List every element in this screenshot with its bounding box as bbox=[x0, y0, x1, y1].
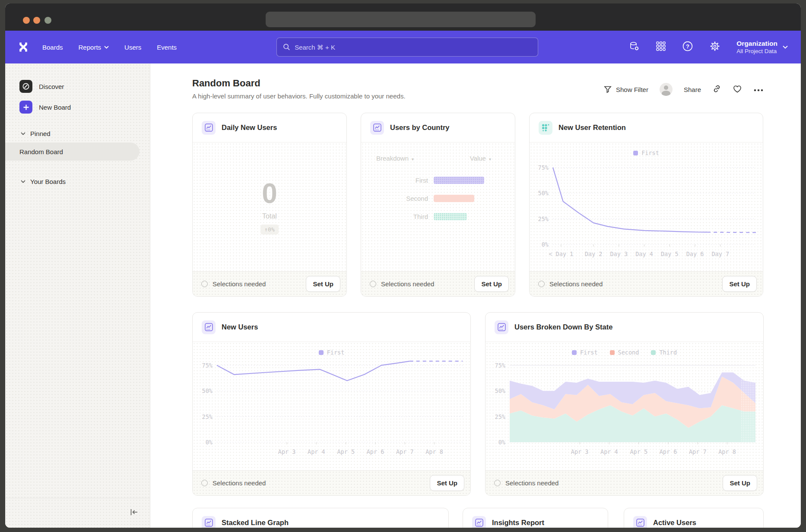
show-filter-button[interactable]: Show Filter bbox=[603, 85, 648, 94]
window-titlebar bbox=[5, 3, 801, 31]
breakdown-row: First bbox=[361, 177, 515, 184]
card-users-by-state: Users Broken Down By State FirstSecondTh… bbox=[485, 312, 764, 496]
collapse-sidebar-icon[interactable] bbox=[129, 508, 139, 518]
sidebar-item-new-board[interactable]: New Board bbox=[19, 101, 150, 114]
chevron-down-icon bbox=[21, 180, 25, 183]
breakdown-bar[interactable] bbox=[434, 195, 474, 202]
status-circle-icon bbox=[494, 480, 501, 486]
sidebar-item-random-board[interactable]: Random Board bbox=[5, 142, 140, 161]
svg-text:Apr 5: Apr 5 bbox=[630, 448, 647, 455]
status: Selections needed bbox=[494, 479, 558, 487]
legend-item[interactable]: Third bbox=[651, 349, 677, 356]
global-search[interactable] bbox=[276, 38, 538, 57]
section-label: Pinned bbox=[30, 130, 51, 137]
svg-text:Day 4: Day 4 bbox=[635, 250, 653, 257]
svg-text:Apr 6: Apr 6 bbox=[660, 448, 677, 455]
set-up-button[interactable]: Set Up bbox=[722, 276, 757, 292]
set-up-button[interactable]: Set Up bbox=[306, 276, 340, 292]
legend-swatch-icon bbox=[651, 350, 656, 355]
retention-grid-icon bbox=[539, 121, 552, 135]
legend-swatch-icon bbox=[572, 350, 577, 355]
new-users-chart[interactable]: 75%50%25%0%Apr 3Apr 4Apr 5Apr 6Apr 7Apr … bbox=[193, 356, 470, 464]
value-dropdown[interactable]: Value▾ bbox=[470, 155, 491, 162]
address-bar[interactable] bbox=[266, 12, 536, 27]
settings-gear-icon[interactable] bbox=[709, 41, 720, 54]
legend-item[interactable]: First bbox=[572, 349, 598, 356]
org-project: All Project Data bbox=[736, 48, 777, 55]
nav-item-label: Reports bbox=[79, 44, 102, 51]
svg-text:75%: 75% bbox=[202, 362, 213, 369]
svg-text:Day 6: Day 6 bbox=[686, 250, 704, 257]
nav-item-label: Users bbox=[124, 44, 141, 51]
window-close-button[interactable] bbox=[23, 17, 30, 24]
line-chart-icon bbox=[472, 516, 486, 528]
set-up-button[interactable]: Set Up bbox=[474, 276, 509, 292]
nav-item-users[interactable]: Users bbox=[124, 44, 141, 51]
status: Selections needed bbox=[201, 280, 266, 288]
avatar[interactable] bbox=[660, 83, 673, 96]
window-minimize-button[interactable] bbox=[33, 17, 40, 24]
svg-text:75%: 75% bbox=[538, 164, 549, 171]
status: Selections needed bbox=[538, 280, 603, 288]
svg-text:0%: 0% bbox=[206, 439, 213, 446]
org-switcher[interactable]: Organization All Project Data bbox=[736, 39, 788, 55]
svg-text:25%: 25% bbox=[495, 413, 505, 420]
sidebar-section-your-boards[interactable]: Your Boards bbox=[21, 178, 150, 185]
breakdown-row: Second bbox=[361, 195, 515, 202]
apps-grid-icon[interactable] bbox=[656, 41, 666, 53]
favorite-heart-icon[interactable] bbox=[733, 85, 742, 95]
card-title: New User Retention bbox=[558, 124, 626, 132]
mixpanel-logo-icon[interactable] bbox=[17, 41, 29, 53]
more-options-icon[interactable] bbox=[753, 86, 764, 93]
page-title: Random Board bbox=[192, 78, 406, 89]
card-new-user-retention: New User Retention First 75%50%25%0%< Da… bbox=[529, 113, 763, 297]
set-up-button[interactable]: Set Up bbox=[723, 475, 757, 491]
legend-item[interactable]: First bbox=[633, 149, 659, 156]
svg-text:Day 5: Day 5 bbox=[661, 250, 679, 257]
compass-icon bbox=[19, 80, 32, 93]
status-circle-icon bbox=[538, 281, 545, 287]
set-up-button[interactable]: Set Up bbox=[430, 475, 464, 491]
card-title: Users Broken Down By State bbox=[514, 323, 612, 331]
breakdown-dropdown[interactable]: Breakdown▾ bbox=[376, 155, 414, 162]
card-title: Active Users bbox=[653, 519, 696, 527]
legend-swatch-icon bbox=[633, 151, 638, 155]
svg-text:0%: 0% bbox=[498, 439, 505, 446]
nav-item-events[interactable]: Events bbox=[157, 44, 177, 51]
retention-chart[interactable]: 75%50%25%0%< Day 1Day 2Day 3Day 4Day 5Da… bbox=[530, 156, 763, 265]
nav-item-reports[interactable]: Reports bbox=[79, 44, 109, 51]
search-input[interactable] bbox=[295, 44, 532, 51]
svg-text:50%: 50% bbox=[495, 387, 505, 394]
status: Selections needed bbox=[201, 479, 266, 487]
chevron-down-icon bbox=[104, 46, 109, 49]
sidebar-item-discover[interactable]: Discover bbox=[19, 80, 150, 93]
window-zoom-button[interactable] bbox=[44, 17, 51, 24]
data-settings-icon[interactable] bbox=[629, 41, 640, 54]
breakdown-bar[interactable] bbox=[434, 213, 467, 220]
help-icon[interactable]: ? bbox=[682, 41, 693, 54]
by-state-chart[interactable]: 75%50%25%0%Apr 3Apr 4Apr 5Apr 6Apr 7Apr … bbox=[486, 356, 763, 464]
card-daily-new-users: Daily New Users 0 Total ↑0% Selections n… bbox=[192, 113, 347, 297]
sidebar: Discover New Board Pinned Random Board bbox=[5, 63, 150, 528]
show-filter-label: Show Filter bbox=[616, 86, 648, 93]
app-navbar: Boards Reports Users Events bbox=[5, 31, 801, 63]
card-insights-report: Insights Report bbox=[463, 508, 608, 528]
sidebar-item-label: Discover bbox=[39, 83, 64, 90]
nav-item-boards[interactable]: Boards bbox=[42, 44, 63, 51]
delta-badge: ↑0% bbox=[260, 225, 278, 234]
svg-text:Day 3: Day 3 bbox=[610, 250, 628, 257]
svg-text:25%: 25% bbox=[202, 413, 213, 420]
main-content: Random Board A high-level summary of use… bbox=[150, 63, 801, 528]
card-title: Insights Report bbox=[492, 519, 544, 527]
card-title: Daily New Users bbox=[222, 124, 277, 132]
copy-link-icon[interactable] bbox=[712, 84, 721, 95]
share-button[interactable]: Share bbox=[684, 86, 701, 93]
svg-text:Apr 8: Apr 8 bbox=[425, 448, 443, 455]
legend-item[interactable]: First bbox=[319, 349, 345, 356]
breakdown-bar[interactable] bbox=[434, 177, 484, 184]
sidebar-section-pinned[interactable]: Pinned bbox=[21, 130, 150, 137]
plus-icon bbox=[19, 101, 32, 114]
legend-item[interactable]: Second bbox=[610, 349, 639, 356]
svg-text:50%: 50% bbox=[538, 190, 549, 196]
line-chart-icon bbox=[370, 121, 384, 135]
